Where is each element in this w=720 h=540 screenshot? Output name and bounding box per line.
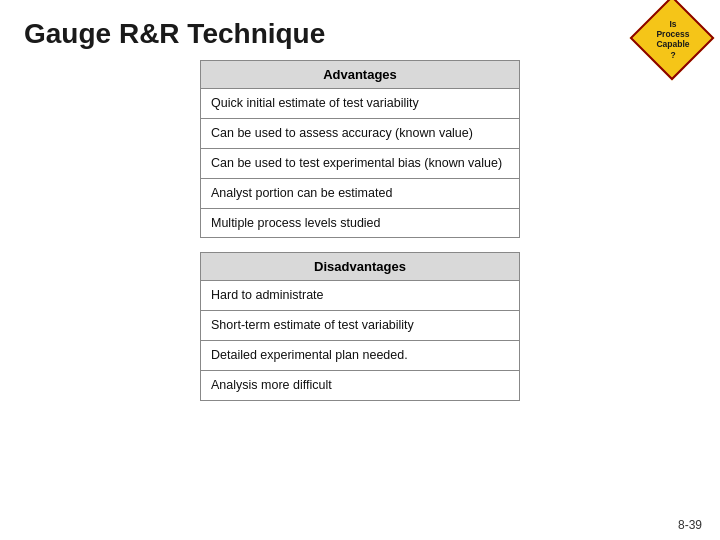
table-row: Analysis more difficult: [201, 371, 520, 401]
page-title: Gauge R&R Technique: [0, 0, 720, 60]
badge-container: Is Process Capable ?: [642, 8, 704, 70]
table-row: Short-term estimate of test variability: [201, 311, 520, 341]
table-row: Can be used to assess accuracy (known va…: [201, 118, 520, 148]
disadvantages-header: Disadvantages: [201, 253, 520, 281]
badge-text: Is Process Capable ?: [651, 19, 695, 60]
table-row: Quick initial estimate of test variabili…: [201, 89, 520, 119]
main-content: Advantages Quick initial estimate of tes…: [0, 60, 720, 401]
table-row: Detailed experimental plan needed.: [201, 341, 520, 371]
advantages-table: Advantages Quick initial estimate of tes…: [200, 60, 520, 238]
page-number: 8-39: [678, 518, 702, 532]
table-row: Analyst portion can be estimated: [201, 178, 520, 208]
table-row: Hard to administrate: [201, 281, 520, 311]
advantages-header: Advantages: [201, 61, 520, 89]
table-row: Can be used to test experimental bias (k…: [201, 148, 520, 178]
capability-badge: Is Process Capable ?: [642, 8, 704, 70]
table-row: Multiple process levels studied: [201, 208, 520, 238]
disadvantages-table: Disadvantages Hard to administrateShort-…: [200, 252, 520, 401]
